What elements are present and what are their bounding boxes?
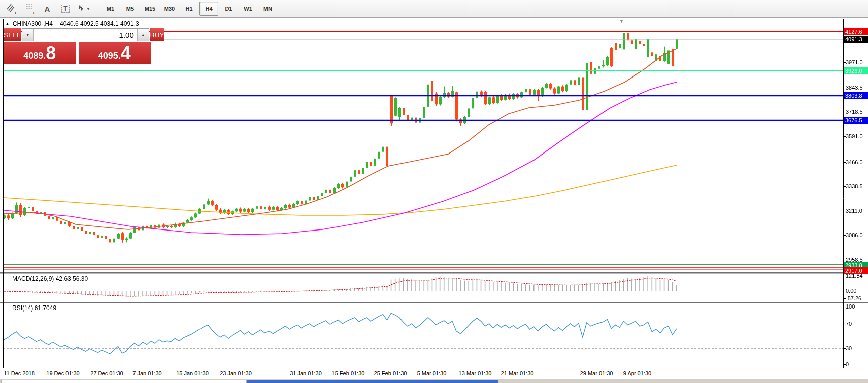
- price-axis-label: 3718.5: [846, 108, 863, 115]
- tab-timeframe-H1[interactable]: H1: [180, 2, 198, 16]
- rsi-pane-label: RSI(14) 61.7049: [12, 304, 56, 312]
- status-bar: [0, 379, 868, 383]
- price-axis-label: 30: [846, 345, 852, 352]
- tab-timeframe-M1[interactable]: M1: [101, 2, 120, 16]
- timeframe-group: M1M5M15M30H1H4D1W1MN: [101, 2, 278, 16]
- sell-button[interactable]: SELL: [4, 28, 21, 41]
- time-axis-label: 11 Dec 2018: [4, 370, 35, 376]
- tab-timeframe-M30[interactable]: M30: [160, 2, 179, 16]
- price-axis-label: 3466.0: [846, 159, 863, 166]
- time-axis-label: 27 Dec 01:30: [90, 370, 123, 376]
- bid-price-box[interactable]: 4089. 8: [4, 42, 76, 64]
- price-axis-label: 3086.0: [846, 232, 863, 239]
- time-axis-label: 29 Mar 01:30: [580, 370, 613, 376]
- time-axis-label: 21 Mar 01:30: [501, 370, 534, 376]
- tab-timeframe-M15[interactable]: M15: [141, 2, 159, 16]
- price-level-badge: 4127.6: [844, 28, 868, 35]
- text-label-icon: T: [61, 5, 69, 13]
- volume-input[interactable]: [34, 29, 137, 41]
- trading-app-window: EFAT▼ M1M5M15M30H1H4D1W1MN ▲ CHINA300-,H…: [0, 0, 868, 383]
- buy-button[interactable]: BUY: [150, 28, 164, 41]
- tab-timeframe-M5[interactable]: M5: [121, 2, 140, 16]
- price-axis-label: 3211.0: [846, 207, 862, 214]
- price-axis-label: 3591.0: [846, 133, 863, 140]
- symbol-label: CHINA300-,H4: [13, 20, 53, 27]
- tab-timeframe-D1[interactable]: D1: [219, 2, 238, 16]
- status-bar-highlight: [247, 380, 498, 383]
- price-axis-label: -57.26: [846, 295, 861, 302]
- chart-shift-marker-icon[interactable]: ▼: [619, 19, 624, 24]
- time-axis-label: 7 Jan 01:30: [132, 370, 162, 376]
- time-axis-label: 19 Dec 01:30: [46, 370, 79, 376]
- time-axis-label: 15 Jan 01:30: [176, 370, 209, 376]
- fibonacci-grid-icon: [25, 3, 34, 14]
- tool-arrow-objects-button[interactable]: ▼: [75, 1, 92, 16]
- bid-price-big-digit: 8: [46, 43, 56, 63]
- ohlc-values: 4040.6 4092.5 4034.1 4091.3: [60, 20, 139, 27]
- time-axis-label: 5 Mar 01:30: [417, 370, 447, 376]
- toolbar-divider: [96, 2, 99, 15]
- time-axis-label: 9 Apr 01:30: [623, 370, 651, 376]
- arrow-objects-icon: [77, 4, 85, 13]
- bid-price-small: 4089.: [23, 51, 46, 61]
- tab-timeframe-H4[interactable]: H4: [199, 2, 218, 16]
- price-level-badge: 3926.0: [844, 67, 868, 74]
- time-axis-label: 25 Feb 01:30: [374, 370, 407, 376]
- price-axis-label: 3971.0: [846, 59, 863, 66]
- tool-equidistant-channel-button[interactable]: E: [3, 1, 20, 16]
- ask-price-box[interactable]: 4095. 4: [79, 42, 151, 64]
- ask-price-big-digit: 4: [121, 43, 131, 63]
- chart-title: ▲ CHINA300-,H4 4040.6 4092.5 4034.1 4091…: [5, 20, 139, 27]
- price-axis-label: 0: [846, 361, 849, 368]
- tool-text-label-button[interactable]: T: [57, 1, 74, 16]
- price-level-badge: 4091.3: [844, 36, 868, 43]
- line-tools-group: EFAT▼: [2, 1, 93, 16]
- dropdown-caret-icon: ▼: [86, 7, 90, 11]
- ask-price-small: 4095.: [98, 51, 121, 61]
- volume-increase-button[interactable]: ▲: [137, 29, 149, 41]
- volume-decrease-button[interactable]: ▼: [22, 29, 34, 41]
- time-axis-label: 31 Jan 01:30: [290, 370, 322, 376]
- price-axis[interactable]: 4127.64091.33971.03926.03843.53803.83718…: [844, 18, 868, 378]
- time-axis-label: 13 Mar 01:30: [459, 370, 492, 376]
- price-axis-label: 70: [846, 320, 852, 327]
- tool-fibonacci-grid-button[interactable]: F: [21, 1, 38, 16]
- collapse-triangle-icon[interactable]: ▲: [5, 21, 10, 26]
- price-axis-label: 0.00: [846, 287, 856, 294]
- toolbar: EFAT▼ M1M5M15M30H1H4D1W1MN: [0, 0, 868, 18]
- equidistant-channel-icon: [7, 3, 16, 14]
- tab-timeframe-W1[interactable]: W1: [239, 2, 257, 16]
- time-axis-label: 15 Feb 01:30: [332, 370, 365, 376]
- price-axis-label: 121.84: [846, 272, 863, 279]
- volume-stepper: ▼ ▲: [22, 28, 149, 41]
- tab-timeframe-MN[interactable]: MN: [258, 2, 277, 16]
- price-axis-label: 100: [846, 303, 855, 310]
- price-axis-label: 3338.5: [846, 183, 863, 190]
- tool-text-button[interactable]: A: [39, 1, 56, 16]
- one-click-trading-panel: SELL ▼ ▲ BUY 4089. 8 4095. 4: [4, 28, 151, 64]
- text-icon: A: [45, 5, 50, 13]
- price-level-badge: 3676.5: [844, 117, 868, 124]
- status-bar-panel: [1, 380, 247, 383]
- macd-pane-label: MACD(12,26,9) 42.63 56.30: [12, 275, 88, 282]
- price-level-badge: 3803.8: [844, 92, 868, 99]
- time-axis-label: 23 Jan 01:30: [220, 370, 252, 376]
- price-axis-label: 3843.5: [846, 84, 863, 91]
- time-axis[interactable]: 11 Dec 201819 Dec 01:3027 Dec 01:307 Jan…: [0, 368, 868, 379]
